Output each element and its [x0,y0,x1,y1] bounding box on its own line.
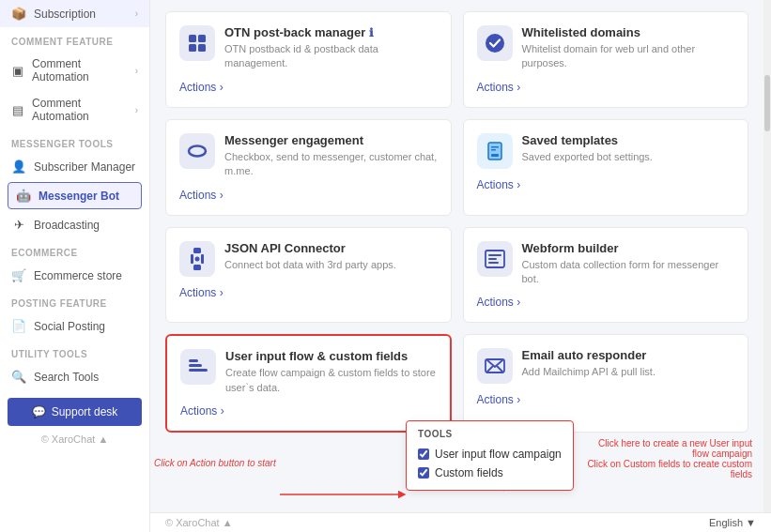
scrollbar-track[interactable] [763,0,771,532]
messenger-bot-icon: 🤖 [16,189,31,203]
language-label: English ▼ [709,517,756,528]
svg-rect-17 [488,258,497,260]
card-actions-templates[interactable]: Actions › [477,178,735,191]
user-input-campaign-checkbox[interactable] [418,448,429,460]
svg-rect-11 [193,265,201,270]
card-actions-user-input[interactable]: Actions › [180,404,437,418]
card-whitelisted-domains: Whitelisted domains Whitelist domain for… [463,11,749,108]
whitelisted-icon [477,25,513,61]
broadcasting-icon: ✈ [11,218,26,232]
sidebar-item-social-posting[interactable]: 📄 Social Posting [0,312,149,340]
card-header: OTN post-back manager ℹ OTN postback id … [179,25,438,71]
support-icon: 💬 [32,405,46,418]
card-desc: OTN postback id & postback data manageme… [224,42,438,71]
card-actions-email[interactable]: Actions › [477,393,735,406]
svg-rect-9 [491,149,496,151]
svg-rect-18 [488,262,499,264]
sidebar-item-broadcasting[interactable]: ✈ Broadcasting [0,211,149,238]
chevron-icon: › [135,8,138,19]
annotation-right2: Click on Custom fields to create custom … [564,459,752,479]
email-icon [477,348,513,384]
chevron-icon: › [135,105,138,115]
svg-rect-20 [189,364,202,367]
card-title: OTN post-back manager ℹ [224,25,438,39]
sidebar-section-ecommerce: ECOMMERCE [0,238,149,262]
card-header: User input flow & custom fields Create f… [180,349,437,395]
sidebar-item-subscriber-manager[interactable]: 👤 Subscriber Manager [0,153,149,180]
sidebar-item-comment-automation-1[interactable]: ▣ Comment Automation › [0,51,149,90]
sidebar-item-label: Subscriber Manager [34,160,135,174]
sidebar-footer: © XaroChat ▲ [0,433,149,445]
sidebar-item-label: Comment Automation [32,57,128,84]
sidebar-item-label: Ecommerce store [34,269,122,282]
card-saved-templates: Saved templates Saved exported bot setti… [463,119,749,216]
card-actions-otn[interactable]: Actions › [179,81,438,94]
sidebar-section-posting: POSTING FEATURE [0,289,149,312]
card-actions-api[interactable]: Actions › [179,286,438,299]
sidebar-item-label: Comment Automation [32,97,128,123]
sidebar-item-ecommerce-store[interactable]: 🛒 Ecommerce store [0,262,149,289]
card-title: Whitelisted domains [522,25,735,39]
svg-rect-6 [488,143,501,160]
card-desc: Connect bot data with 3rd party apps. [224,258,396,272]
sidebar-item-label: Social Posting [34,320,105,333]
info-icon: ℹ [369,26,374,39]
card-desc: Whitelist domain for web url and other p… [522,42,735,71]
svg-rect-12 [191,254,193,264]
sidebar-item-comment-automation-2[interactable]: ▤ Comment Automation › [0,90,149,129]
svg-rect-7 [491,154,499,157]
svg-rect-8 [491,146,499,148]
tools-popup: TOOLS User input flow campaign Custom fi… [406,420,574,491]
card-actions-webform[interactable]: Actions › [477,296,735,309]
sidebar-section-messenger: MESSENGER TOOLS [0,129,149,153]
card-email-auto-responder: Email auto responder Add Mailchimp API &… [463,334,749,433]
user-input-icon [180,349,216,385]
sidebar-item-messenger-bot[interactable]: 🤖 Messenger Bot [8,182,142,209]
card-header: Whitelisted domains Whitelist domain for… [477,25,735,71]
card-header: JSON API Connector Connect bot data with… [179,241,438,277]
card-json-api: JSON API Connector Connect bot data with… [165,227,452,324]
sidebar-item-subscription[interactable]: 📦 Subscription › [0,0,149,27]
card-actions-whitelisted[interactable]: Actions › [477,81,735,94]
card-actions-engagement[interactable]: Actions › [179,189,438,202]
card-header: Webform builder Custom data collection f… [477,241,735,287]
card-desc: Create flow campaign & custom fields to … [225,366,437,395]
card-title: Webform builder [522,241,735,255]
social-posting-icon: 📄 [11,319,26,333]
language-selector[interactable]: English ▼ [709,517,756,528]
tools-popup-item-custom-fields[interactable]: Custom fields [418,464,562,482]
annotation-right1: Click here to create a new User input fl… [583,438,752,459]
sidebar-item-label: Subscription [34,8,96,21]
card-grid: OTN post-back manager ℹ OTN postback id … [165,11,748,433]
support-desk-button[interactable]: 💬 Support desk [8,398,142,426]
svg-point-5 [189,145,206,156]
svg-rect-21 [189,359,198,362]
subscriber-manager-icon: 👤 [11,160,26,174]
templates-icon [477,133,513,169]
card-desc: Checkbox, send to messenger, customer ch… [224,150,438,179]
sidebar-item-label: Broadcasting [34,219,100,232]
annotation-left: Click on Action button to start [154,458,276,468]
custom-fields-checkbox[interactable] [418,467,429,479]
card-header: Saved templates Saved exported bot setti… [477,133,735,169]
comment-automation-1-icon: ▣ [11,64,24,78]
card-user-input-flow: User input flow & custom fields Create f… [165,334,452,433]
card-desc: Add Mailchimp API & pull list. [522,365,655,379]
card-header: Messenger engagement Checkbox, send to m… [179,133,438,179]
card-header: Email auto responder Add Mailchimp API &… [477,348,735,384]
card-desc: Saved exported bot settings. [522,150,653,164]
sidebar-item-search-tools[interactable]: 🔍 Search Tools [0,363,149,390]
tools-popup-title: TOOLS [418,429,562,439]
svg-rect-13 [201,254,204,264]
scrollbar-thumb[interactable] [764,75,770,131]
svg-rect-10 [193,248,201,253]
sidebar: 📦 Subscription › COMMENT FEATURE ▣ Comme… [0,0,150,532]
footer-bar: © XaroChat ▲ English ▼ [150,512,771,532]
card-messenger-engagement: Messenger engagement Checkbox, send to m… [165,119,452,216]
svg-point-4 [486,34,504,53]
tools-popup-item-user-input[interactable]: User input flow campaign [418,445,562,464]
webform-icon [477,241,513,277]
card-title: Email auto responder [522,348,655,362]
ecommerce-icon: 🛒 [11,268,26,282]
svg-rect-1 [198,35,206,42]
